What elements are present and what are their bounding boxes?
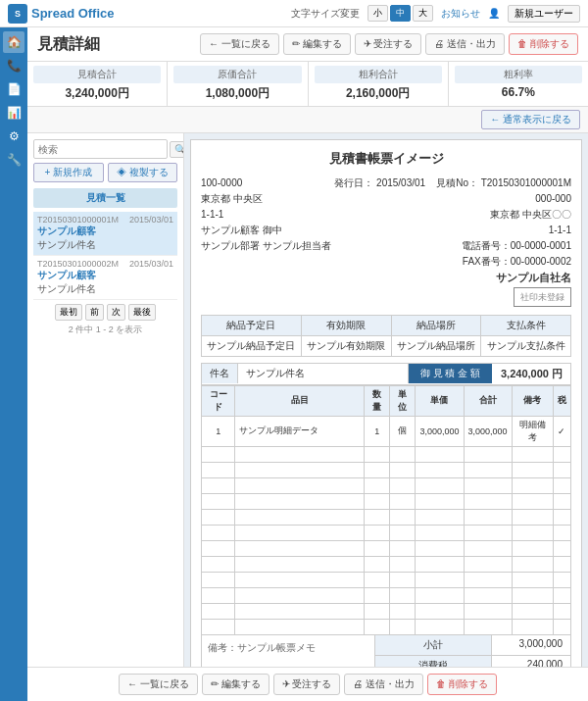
font-small-btn[interactable]: 小 <box>368 5 388 22</box>
col-item: 品目 <box>235 385 365 416</box>
quote-item-2[interactable]: T20150301000002M 2015/03/01 サンプル顧客 サンプル件… <box>33 256 177 300</box>
company-fax: FAX番号：00-0000-0002 <box>334 254 571 270</box>
invoice-top: 100-0000 東京都 中央区 1-1-1 サンプル顧客 御中 サンプル部署 … <box>201 175 571 307</box>
delivery-place-value: サンプル納品場所 <box>391 335 481 356</box>
sidebar-phone-icon[interactable]: 📞 <box>3 55 24 76</box>
pag-first-btn[interactable]: 最初 <box>55 304 82 321</box>
company-postal: 000-000 <box>334 191 571 207</box>
sidebar-settings-icon[interactable]: ⚙ <box>3 125 24 147</box>
app-logo: S Spread Office <box>8 4 115 24</box>
total-area: 小計 3,000,000 消費税 240,000 税込合計 3,240,000 <box>375 635 571 667</box>
quote-item-1[interactable]: T20150301000001M 2015/03/01 サンプル顧客 サンプル件… <box>33 212 177 256</box>
company-street: 1-1-1 <box>334 223 571 238</box>
cost-total-value: 1,080,000円 <box>206 86 270 100</box>
edit-button[interactable]: ✏ 編集する <box>283 33 351 55</box>
memo-text: 備考：サンプル帳票メモ <box>208 642 316 653</box>
new-user-btn[interactable]: 新規ユーザー <box>508 5 580 23</box>
subtotal-row: 小計 3,000,000 <box>375 635 571 656</box>
topbar-right: 文字サイズ変更 小 中 大 お知らせ 👤 新規ユーザー <box>291 5 580 23</box>
profit-total-label: 粗利合計 <box>315 66 442 83</box>
tax-value: 240,000 <box>492 656 570 667</box>
empty-row <box>202 540 571 556</box>
pagination-display: 2 件中 1 - 2 を表示 <box>33 324 177 336</box>
content-area: 🔍 + 新規作成 ◈ 複製する 見積一覧 T20150301000001M 20… <box>27 133 588 667</box>
cost-total-cell: 原価合計 1,080,000円 <box>168 62 308 106</box>
invoice-company-info: 発行日： 2015/03/01 見積No： T20150301000001M 0… <box>334 175 571 307</box>
col-qty: 数量 <box>365 385 390 416</box>
invoice-subject-row: 件名 サンプル件名 御 見 積 金 額 3,240,000 円 <box>201 363 571 385</box>
sidebar-doc-icon[interactable]: 📄 <box>3 78 24 100</box>
issue-date: 発行日： 2015/03/01 見積No： T20150301000001M <box>334 175 571 191</box>
row1-code: 1 <box>202 416 235 446</box>
empty-row <box>202 493 571 509</box>
row1-item: サンプル明細データ <box>235 416 365 446</box>
page-header: 見積詳細 ← 一覧に戻る ✏ 編集する ✈ 受注する 🖨 送信・出力 🗑 削除す… <box>27 27 588 62</box>
copy-btn[interactable]: ◈ 複製する <box>108 163 178 182</box>
back-to-normal-btn[interactable]: ← 通常表示に戻る <box>481 110 580 129</box>
row1-total: 3,000,000 <box>464 416 512 446</box>
empty-row <box>202 525 571 540</box>
payment-terms-value: サンプル支払条件 <box>481 335 571 356</box>
hanko: 社印未登録 <box>514 287 571 307</box>
address-postal: 100-0000 <box>201 175 331 191</box>
quote-item-1-date: 2015/03/01 <box>129 215 173 225</box>
bottom-send-btn[interactable]: 🖨 送信・出力 <box>344 674 423 695</box>
profit-rate-value: 66.7% <box>502 85 535 99</box>
profit-total-value: 2,160,000円 <box>346 86 410 100</box>
invoice-info-table: 納品予定日 有効期限 納品場所 支払条件 サンプル納品予定日 サンプル有効期限 … <box>201 315 571 357</box>
pag-prev-btn[interactable]: 前 <box>85 304 104 321</box>
tax-label: 消費税 <box>375 656 492 667</box>
sidebar-chart-icon[interactable]: 📊 <box>3 102 24 124</box>
bottom-order-btn[interactable]: ✈ 受注する <box>273 674 341 695</box>
order-button[interactable]: ✈ 受注する <box>355 33 422 55</box>
bottom-back-btn[interactable]: ← 一覧に戻る <box>119 674 198 695</box>
search-input[interactable] <box>33 139 168 159</box>
new-create-btn[interactable]: + 新規作成 <box>33 163 104 182</box>
profit-rate-cell: 粗利率 66.7% <box>449 62 588 106</box>
pag-last-btn[interactable]: 最後 <box>128 304 156 321</box>
back-btn-row: ← 通常表示に戻る <box>27 107 588 133</box>
amount-label: 御 見 積 金 額 <box>408 364 492 383</box>
bottom-delete-btn[interactable]: 🗑 削除する <box>427 674 497 695</box>
col-tax: 税 <box>553 385 570 416</box>
row1-note: 明細備考 <box>512 416 553 446</box>
payment-terms-header: 支払条件 <box>481 315 571 335</box>
row1-qty: 1 <box>365 416 390 446</box>
quote-item-1-id: T20150301000001M <box>37 215 119 225</box>
bottom-actions: ← 一覧に戻る ✏ 編集する ✈ 受注する 🖨 送信・出力 🗑 削除する <box>27 667 588 701</box>
empty-row <box>202 572 571 587</box>
font-medium-btn[interactable]: 中 <box>390 5 411 22</box>
search-button[interactable]: 🔍 <box>170 141 184 158</box>
col-code: コード <box>202 385 235 416</box>
cost-total-label: 原価合計 <box>173 66 301 83</box>
pag-next-btn[interactable]: 次 <box>107 304 125 321</box>
row1-tax: ✓ <box>553 416 570 446</box>
quote-item-2-date: 2015/03/01 <box>129 259 173 269</box>
search-row: 🔍 <box>33 139 177 159</box>
quote-item-1-header: T20150301000001M 2015/03/01 <box>37 215 173 225</box>
notify-link[interactable]: お知らせ <box>441 7 480 21</box>
estimate-total-cell: 見積合計 3,240,000円 <box>27 62 168 106</box>
company-tel: 電話番号：00-0000-0001 <box>334 238 571 254</box>
panel-actions: + 新規作成 ◈ 複製する <box>33 163 177 182</box>
quote-item-2-id: T20150301000002M <box>37 259 119 269</box>
memo-area: 備考：サンプル帳票メモ <box>201 635 375 667</box>
logo-icon: S <box>8 4 27 24</box>
pagination: 最初 前 次 最後 <box>33 304 177 321</box>
quote-item-2-company: サンプル顧客 <box>37 269 173 282</box>
font-large-btn[interactable]: 大 <box>413 5 433 22</box>
profit-total-cell: 粗利合計 2,160,000円 <box>309 62 449 106</box>
user-icon: 👤 <box>488 8 500 19</box>
amount-value: 3,240,000 円 <box>492 364 570 384</box>
back-button[interactable]: ← 一覧に戻る <box>200 33 279 55</box>
header-actions: ← 一覧に戻る ✏ 編集する ✈ 受注する 🖨 送信・出力 🗑 削除する <box>200 33 578 55</box>
delete-button[interactable]: 🗑 削除する <box>509 33 578 55</box>
col-total: 合計 <box>464 385 512 416</box>
summary-bar: 見積合計 3,240,000円 原価合計 1,080,000円 粗利合計 2,1… <box>27 62 588 107</box>
send-button[interactable]: 🖨 送信・出力 <box>425 33 505 55</box>
invoice-address: 100-0000 東京都 中央区 1-1-1 サンプル顧客 御中 サンプル部署 … <box>201 175 331 307</box>
bottom-edit-btn[interactable]: ✏ 編集する <box>202 674 270 695</box>
sidebar-home-icon[interactable]: 🏠 <box>3 31 24 53</box>
sidebar-tool-icon[interactable]: 🔧 <box>3 149 24 171</box>
page-title: 見積詳細 <box>37 34 100 55</box>
